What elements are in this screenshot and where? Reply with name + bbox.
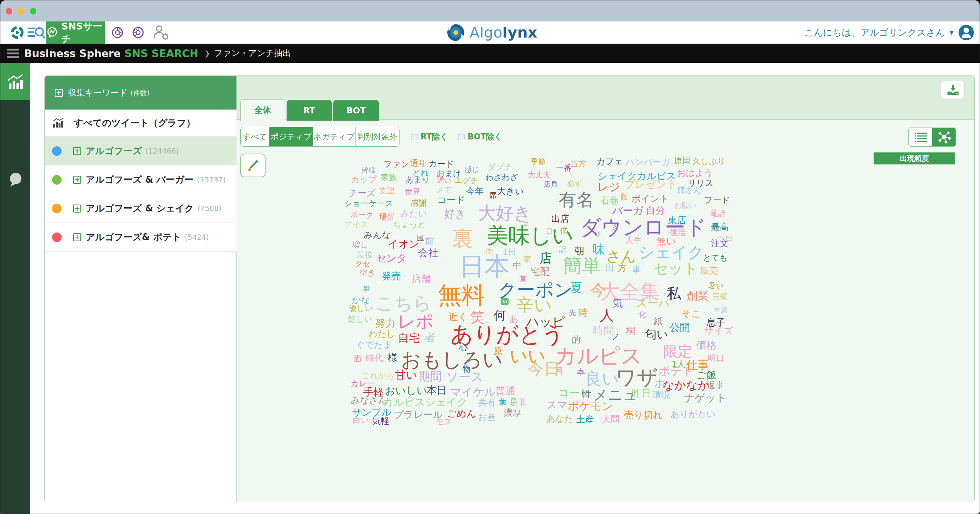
algolynx-logo-icon — [446, 23, 466, 43]
window-titlebar — [0, 0, 980, 21]
keyword-count: (5424) — [185, 233, 209, 241]
app-logo-icon[interactable] — [9, 21, 26, 44]
user-settings-icon[interactable] — [152, 21, 170, 44]
app-title: Business Sphere SNS SEARCH ❯ ファン・アンチ抽出 — [24, 44, 291, 63]
keyword-list: +アルゴフーズ(124466)+アルゴフーズ & バーガー(13737)+アルゴ… — [45, 137, 236, 252]
bar-chart-icon — [7, 74, 24, 90]
rail-analytics-item[interactable] — [0, 63, 30, 100]
user-menu[interactable]: こんにちは、アルゴリンクスさん ▼ — [804, 21, 974, 44]
cloud-view-button[interactable] — [932, 128, 956, 146]
keyword-label: アルゴフーズ & シェイク — [86, 202, 194, 214]
keyword-header-suffix: (件数) — [130, 89, 150, 97]
expand-keyword-icon[interactable]: + — [73, 233, 81, 241]
cloud-view-toggle — [908, 128, 956, 147]
frequency-button[interactable]: 出現頻度 — [874, 152, 955, 164]
checkbox-icon[interactable] — [458, 134, 465, 140]
top-toolbar: SNSサーチ Algolynx こんにちは、アルゴリンクスさん ▼ — [0, 21, 980, 44]
sns-search-label: SNSサーチ — [61, 20, 105, 45]
download-button[interactable] — [941, 81, 965, 99]
keyword-algofoods-shake[interactable]: +アルゴフーズ & シェイク(7508) — [45, 194, 236, 223]
chevron-down-icon: ▼ — [949, 29, 954, 36]
expand-all-icon[interactable]: + — [55, 89, 63, 97]
download-icon — [946, 84, 959, 96]
keyword-count: (13737) — [197, 175, 226, 184]
graph-icon — [52, 118, 64, 128]
left-rail — [0, 63, 30, 514]
keyword-color-dot — [52, 232, 62, 242]
minimize-window-icon[interactable] — [18, 8, 24, 15]
view-tabs: 全体RTBOT — [240, 99, 379, 121]
expand-keyword-icon[interactable]: + — [73, 205, 81, 213]
keyword-count: (124466) — [145, 147, 179, 155]
exclude-rt[interactable]: RT除く — [411, 131, 448, 142]
tab-rt[interactable]: RT — [287, 100, 332, 121]
all-tweets-row[interactable]: すべてのツイート（グラフ） — [45, 110, 236, 137]
expand-keyword-icon[interactable]: + — [73, 147, 81, 155]
hamburger-menu-icon[interactable] — [7, 49, 19, 58]
expand-keyword-icon[interactable]: + — [73, 176, 81, 184]
network-icon — [937, 131, 951, 144]
greeting-text: こんにちは、アルゴリンクスさん — [804, 26, 945, 39]
keyword-algofoods-burger[interactable]: +アルゴフーズ & バーガー(13737) — [45, 165, 236, 194]
keyword-label: アルゴフーズ — [86, 145, 142, 157]
title-accent: SNS SEARCH — [124, 47, 198, 59]
rail-messages-item[interactable] — [0, 166, 30, 193]
exclude-bot[interactable]: BOT除く — [458, 131, 502, 142]
all-tweets-label: すべてのツイート（グラフ） — [74, 117, 196, 129]
keyword-label: アルゴフーズ& ポテト — [86, 231, 181, 243]
tab-all[interactable]: 全体 — [240, 99, 285, 121]
close-window-icon[interactable] — [6, 8, 12, 15]
keyword-header-label: 収集キーワード — [68, 88, 128, 97]
keyword-color-dot — [52, 175, 62, 185]
exclude-checkbox-group: RT除くBOT除く — [411, 127, 502, 147]
brand-logo: Algolynx — [446, 21, 537, 44]
exclude-rt-label: RT除く — [421, 131, 448, 142]
tab-bot[interactable]: BOT — [333, 100, 379, 121]
speech-bubble-icon — [7, 172, 23, 187]
fullscreen-button[interactable] — [240, 154, 266, 177]
filter-all[interactable]: すべて — [240, 127, 269, 147]
title-main: Business Sphere — [24, 47, 121, 59]
keyword-algofoods[interactable]: +アルゴフーズ(124466) — [45, 137, 236, 165]
search-tool-icon[interactable] — [27, 21, 46, 44]
app-window: SNSサーチ Algolynx こんにちは、アルゴリンクスさん ▼ Busine… — [0, 0, 980, 514]
avatar[interactable] — [958, 25, 974, 41]
list-view-button[interactable] — [909, 128, 932, 146]
filter-negative[interactable]: ネガティブ — [313, 127, 355, 147]
keyword-sidebar: + 収集キーワード (件数) すべてのツイート（グラフ） +アルゴフーズ(124… — [45, 76, 236, 502]
breadcrumb: ファン・アンチ抽出 — [214, 47, 291, 59]
keyword-color-dot — [52, 146, 62, 156]
keyword-algofoods-potato[interactable]: +アルゴフーズ& ポテト(5424) — [45, 223, 236, 252]
list-icon — [914, 131, 928, 143]
keyword-color-dot — [52, 204, 62, 213]
sentiment-filter-group: すべてポジティブネガティブ判別対象外 — [240, 127, 400, 147]
brand-name: Algolynx — [470, 24, 537, 41]
donut-chart-icon[interactable] — [130, 21, 146, 44]
keyword-count: (7508) — [197, 204, 222, 213]
filter-positive[interactable]: ポジティブ — [269, 127, 313, 147]
expand-arrows-icon — [245, 158, 261, 173]
breadcrumb-arrow-icon: ❯ — [204, 49, 210, 57]
secondary-navbar: Business Sphere SNS SEARCH ❯ ファン・アンチ抽出 過… — [0, 44, 980, 63]
keyword-label: アルゴフーズ & バーガー — [86, 174, 194, 186]
donut-chart-icon[interactable] — [110, 21, 125, 44]
zoom-window-icon[interactable] — [30, 8, 36, 15]
keyword-header: + 収集キーワード (件数) — [45, 76, 236, 110]
filter-excluded[interactable]: 判別対象外 — [355, 127, 400, 147]
checkbox-icon[interactable] — [411, 134, 417, 140]
sns-chart-bubble-icon — [46, 26, 58, 39]
sns-search-button[interactable]: SNSサーチ — [46, 21, 105, 44]
exclude-bot-label: BOT除く — [468, 131, 502, 142]
